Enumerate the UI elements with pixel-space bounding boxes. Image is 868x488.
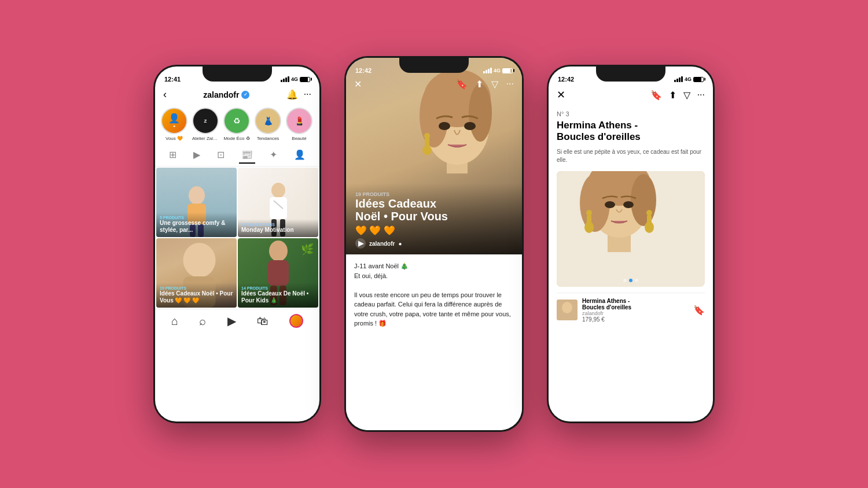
tab-article[interactable]: 📰: [239, 147, 255, 164]
story-eco[interactable]: ♻ Mode Éco ♻: [223, 108, 250, 141]
product-brand: zalandofr: [582, 310, 631, 316]
nav-video[interactable]: ▶: [227, 314, 236, 328]
plant-icon: 🌿: [301, 243, 314, 256]
network-3: 4G: [685, 76, 692, 82]
product-row: Hermina Athens - Boucles d'oreilles zala…: [557, 293, 705, 327]
bookmark-icon-2[interactable]: 🔖: [456, 79, 468, 90]
product-name: Hermina Athens - Boucles d'oreilles: [582, 298, 631, 310]
nav-search[interactable]: ⌕: [199, 315, 206, 328]
story-vous[interactable]: 👤 + Vous 🧡: [161, 108, 187, 141]
story-label-atelier: Atelier Zala...: [192, 136, 219, 141]
grid-item-4-overlay: 14 PRODUITS Idées Cadeaux De Noël • Pour…: [238, 283, 318, 308]
grid-item-4[interactable]: 🌿 14 PRODUITS Idées Cadeaux De Noël • Po…: [238, 238, 318, 308]
svg-point-38: [645, 221, 654, 233]
dot-1: [623, 279, 627, 282]
dot-3: [635, 279, 638, 282]
product-number: N° 3: [557, 110, 705, 117]
grid-title-3: Idées Cadeaux Noël • Pour Vous 🧡 🧡 🧡: [160, 290, 233, 304]
more-icon-3[interactable]: ···: [697, 90, 705, 101]
close-icon-2[interactable]: ✕: [354, 79, 362, 90]
tab-tag[interactable]: ⊡: [215, 147, 227, 164]
grid-item-1[interactable]: 5 PRODUITS Une grossesse comfy & stylée,…: [156, 168, 237, 237]
product-price: 179,95 €: [582, 316, 631, 323]
phone-1: 12:41 4G ‹ zalandofr ✓ 🔔 ···: [153, 65, 321, 423]
signal-icon-3: [674, 76, 683, 82]
close-button-3[interactable]: ✕: [557, 88, 565, 101]
story-atelier[interactable]: Z Atelier Zala...: [192, 108, 219, 141]
svg-point-4: [271, 183, 285, 198]
back-button[interactable]: ‹: [163, 88, 167, 101]
time-3: 12:42: [558, 76, 574, 83]
svg-point-29: [580, 174, 610, 232]
svg-point-40: [562, 302, 572, 313]
tab-person[interactable]: 👤: [292, 147, 308, 164]
story-label-eco: Mode Éco ♻: [223, 136, 249, 141]
svg-point-24: [422, 146, 432, 155]
phone2-top-bar: ✕ 🔖 ⬆ ▽ ···: [346, 79, 522, 90]
product-text: Hermina Athens - Boucles d'oreilles zala…: [582, 298, 631, 323]
filter-icon-3[interactable]: ▽: [683, 90, 690, 101]
time-1: 12:41: [164, 76, 181, 83]
content-tabs: ⊞ ▶ ⊡ 📰 ✦ 👤: [155, 145, 319, 167]
product-description: Si elle est une pépite à vos yeux, ce ca…: [557, 148, 705, 164]
grid-item-3-overlay: 19 PRODUITS Idées Cadeaux Noël • Pour Vo…: [156, 283, 237, 308]
phone1-header: ‹ zalandofr ✓ 🔔 ···: [155, 87, 319, 104]
phone3-header: ✕ 🔖 ⬆ ▽ ···: [549, 87, 713, 105]
grid-title-1: Une grossesse comfy & stylée, par...: [160, 220, 233, 234]
tab-video[interactable]: ▶: [191, 147, 203, 164]
nav-home[interactable]: ⌂: [171, 315, 178, 328]
bookmark-icon-3[interactable]: 🔖: [650, 90, 662, 101]
nav-profile[interactable]: [289, 314, 303, 328]
grid-item-3[interactable]: 19 PRODUITS Idées Cadeaux Noël • Pour Vo…: [156, 238, 237, 308]
more-icon[interactable]: ···: [304, 89, 311, 100]
phone2-author-row: ▶ zalandofr ●: [355, 238, 513, 249]
battery-icon-3: [693, 77, 704, 82]
grid-item-2[interactable]: 5 PUBLICATIONS Monday Motivation: [238, 168, 318, 237]
product-image: [557, 171, 705, 287]
status-icons-1: 4G: [281, 76, 310, 82]
verified-icon: ✓: [241, 91, 249, 99]
header-actions-3: 🔖 ⬆ ▽ ···: [650, 90, 705, 101]
author-name-2: zalandofr: [369, 241, 395, 247]
story-beaute[interactable]: 💄 Beauté: [286, 108, 312, 141]
phone3-content: N° 3 Hermina Athens - Boucles d'oreilles…: [549, 105, 713, 333]
more-icon-2[interactable]: ···: [506, 79, 514, 90]
svg-rect-12: [268, 260, 289, 286]
time-2: 12:42: [355, 67, 372, 74]
product-title: Hermina Athens - Boucles d'oreilles: [557, 120, 705, 143]
story-label-beaute: Beauté: [292, 136, 306, 141]
thumb-svg: [557, 300, 578, 320]
phone2-emojis: 🧡 🧡 🧡: [355, 225, 513, 236]
grid-tag-3: 19 PRODUITS: [160, 286, 233, 290]
grid-item-1-overlay: 5 PRODUITS Une grossesse comfy & stylée,…: [156, 212, 237, 237]
play-btn[interactable]: ▶: [355, 238, 366, 249]
svg-point-19: [469, 84, 492, 142]
filter-icon-2[interactable]: ▽: [491, 79, 498, 90]
phone2-overlay: 19 PRODUITS Idées Cadeaux Noël • Pour Vo…: [346, 183, 522, 254]
svg-point-30: [631, 174, 656, 226]
bottom-nav: ⌂ ⌕ ▶ 🛍: [155, 309, 319, 332]
svg-point-31: [605, 201, 615, 208]
phone3-inner: 12:42 4G ✕ 🔖 ⬆ ▽ ··· N° 3 Hermina Athens…: [549, 66, 713, 422]
svg-point-36: [646, 210, 652, 216]
battery-icon: [300, 77, 310, 82]
bell-icon[interactable]: 🔔: [286, 89, 298, 100]
story-tendances[interactable]: 👗 Tendances: [255, 108, 281, 141]
share-icon-2[interactable]: ⬆: [476, 79, 483, 90]
nav-shop[interactable]: 🛍: [257, 315, 269, 328]
tab-magic[interactable]: ✦: [267, 147, 279, 164]
header-actions: 🔔 ···: [286, 89, 311, 100]
phone2-text-area: J-11 avant Noël 🎄 Et oui, déjà. Il vous …: [346, 254, 522, 430]
story-avatar-eco: ♻: [223, 108, 250, 134]
story-avatar-atelier: Z: [192, 108, 219, 134]
dot-2: [629, 279, 632, 282]
network-2: 4G: [494, 68, 501, 73]
story-label-tendances: Tendances: [257, 136, 279, 141]
product-bookmark[interactable]: 🔖: [693, 305, 705, 316]
author-dot-2: ●: [398, 241, 402, 247]
grid-tag-2: 5 PUBLICATIONS: [241, 223, 315, 227]
share-icon-3[interactable]: ⬆: [669, 90, 676, 101]
tab-grid[interactable]: ⊞: [167, 147, 179, 164]
svg-point-9: [183, 243, 216, 278]
phone-2: 12:42 4G: [344, 56, 524, 432]
